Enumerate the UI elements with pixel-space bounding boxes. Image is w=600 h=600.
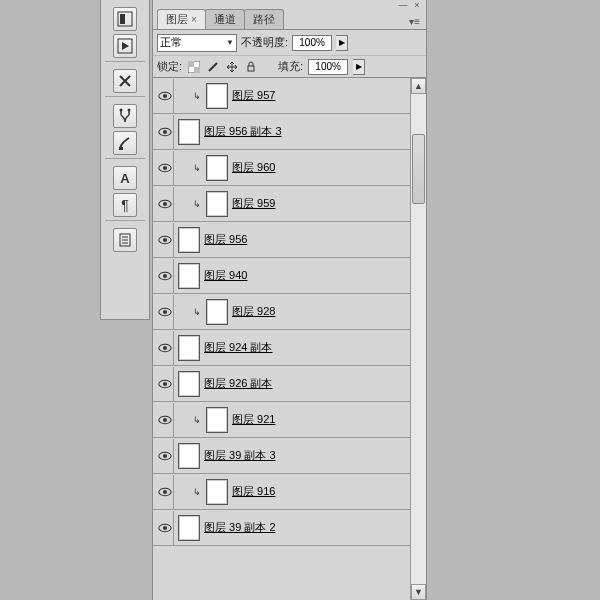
visibility-toggle[interactable] <box>156 223 174 257</box>
layer-thumbnail[interactable] <box>178 371 200 397</box>
layer-row[interactable]: ↳图层 921 <box>153 402 410 438</box>
visibility-toggle[interactable] <box>156 439 174 473</box>
svg-point-7 <box>128 109 131 112</box>
layer-thumbnail[interactable] <box>178 335 200 361</box>
layer-name[interactable]: 图层 926 副本 <box>204 376 272 391</box>
clip-indicator-icon: ↳ <box>192 163 202 173</box>
visibility-toggle[interactable] <box>156 295 174 329</box>
layer-row[interactable]: 图层 956 <box>153 222 410 258</box>
visibility-toggle[interactable] <box>156 115 174 149</box>
svg-point-20 <box>162 129 166 133</box>
layer-row[interactable]: 图层 39 副本 2 <box>153 510 410 546</box>
visibility-toggle[interactable] <box>156 187 174 221</box>
layer-thumbnail[interactable] <box>206 191 228 217</box>
tool-character-icon[interactable]: A <box>113 166 137 190</box>
layers-panel: — × 图层× 通道 路径 ▾≡ 正常 ▼ 不透明度: 100% ▶ 锁定: 填… <box>152 0 427 600</box>
scroll-up-button[interactable]: ▲ <box>411 78 426 94</box>
layer-thumbnail[interactable] <box>178 515 200 541</box>
tool-brush-icon[interactable] <box>113 131 137 155</box>
svg-point-22 <box>162 165 166 169</box>
layer-thumbnail[interactable] <box>206 299 228 325</box>
fill-flyout-icon[interactable]: ▶ <box>353 59 365 75</box>
layer-row[interactable]: 图层 940 <box>153 258 410 294</box>
tool-paragraph-icon[interactable]: ¶ <box>113 193 137 217</box>
scroll-thumb[interactable] <box>412 134 425 204</box>
visibility-toggle[interactable] <box>156 367 174 401</box>
scrollbar: ▲ ▼ <box>410 78 426 600</box>
layer-thumbnail[interactable] <box>206 83 228 109</box>
layer-row[interactable]: ↳图层 928 <box>153 294 410 330</box>
layer-thumbnail[interactable] <box>178 119 200 145</box>
svg-point-32 <box>162 345 166 349</box>
layer-name[interactable]: 图层 956 <box>204 232 247 247</box>
opacity-flyout-icon[interactable]: ▶ <box>336 35 348 51</box>
layer-thumbnail[interactable] <box>206 479 228 505</box>
tool-masks-icon[interactable] <box>113 7 137 31</box>
tool-crossed-icon[interactable] <box>113 69 137 93</box>
visibility-toggle[interactable] <box>156 151 174 185</box>
visibility-toggle[interactable] <box>156 79 174 113</box>
svg-point-24 <box>162 201 166 205</box>
layer-name[interactable]: 图层 940 <box>204 268 247 283</box>
lock-transparent-icon[interactable] <box>187 60 201 74</box>
layer-name[interactable]: 图层 921 <box>232 412 275 427</box>
scroll-track[interactable] <box>411 94 426 584</box>
layer-name[interactable]: 图层 959 <box>232 196 275 211</box>
svg-rect-8 <box>119 147 123 150</box>
layer-row[interactable]: ↳图层 957 <box>153 78 410 114</box>
tab-close-icon[interactable]: × <box>191 14 197 25</box>
layer-name[interactable]: 图层 39 副本 2 <box>204 520 276 535</box>
tool-doc-icon[interactable] <box>113 228 137 252</box>
tab-paths[interactable]: 路径 <box>244 9 284 29</box>
lock-fill-row: 锁定: 填充: 100% ▶ <box>153 56 426 78</box>
layer-thumbnail[interactable] <box>206 407 228 433</box>
layer-thumbnail[interactable] <box>206 155 228 181</box>
layer-thumbnail[interactable] <box>178 227 200 253</box>
blend-mode-select[interactable]: 正常 ▼ <box>157 34 237 52</box>
visibility-toggle[interactable] <box>156 331 174 365</box>
layer-thumbnail[interactable] <box>178 443 200 469</box>
layer-name[interactable]: 图层 957 <box>232 88 275 103</box>
visibility-toggle[interactable] <box>156 511 174 545</box>
layer-row[interactable]: ↳图层 916 <box>153 474 410 510</box>
svg-point-6 <box>120 109 123 112</box>
opacity-value[interactable]: 100% <box>292 35 332 51</box>
lock-brush-icon[interactable] <box>206 60 220 74</box>
layer-name[interactable]: 图层 956 副本 3 <box>204 124 282 139</box>
layer-name[interactable]: 图层 960 <box>232 160 275 175</box>
layer-row[interactable]: 图层 39 副本 3 <box>153 438 410 474</box>
close-icon[interactable]: × <box>412 1 422 9</box>
layer-name[interactable]: 图层 916 <box>232 484 275 499</box>
clip-indicator-icon: ↳ <box>192 415 202 425</box>
lock-all-icon[interactable] <box>244 60 258 74</box>
fill-value[interactable]: 100% <box>308 59 348 75</box>
layer-row[interactable]: 图层 926 副本 <box>153 366 410 402</box>
blend-mode-value: 正常 <box>160 35 182 50</box>
layer-thumbnail[interactable] <box>178 263 200 289</box>
tab-channels[interactable]: 通道 <box>205 9 245 29</box>
tab-layers[interactable]: 图层× <box>157 9 206 29</box>
lock-move-icon[interactable] <box>225 60 239 74</box>
tool-fork-icon[interactable] <box>113 104 137 128</box>
layer-name[interactable]: 图层 924 副本 <box>204 340 272 355</box>
svg-point-42 <box>162 525 166 529</box>
clip-indicator-icon: ↳ <box>192 199 202 209</box>
panel-menu-icon[interactable]: ▾≡ <box>407 14 422 29</box>
layer-row[interactable]: 图层 956 副本 3 <box>153 114 410 150</box>
visibility-toggle[interactable] <box>156 259 174 293</box>
tool-play-icon[interactable] <box>113 34 137 58</box>
layer-row[interactable]: ↳图层 960 <box>153 150 410 186</box>
layer-name[interactable]: 图层 39 副本 3 <box>204 448 276 463</box>
svg-point-26 <box>162 237 166 241</box>
scroll-down-button[interactable]: ▼ <box>411 584 426 600</box>
blend-opacity-row: 正常 ▼ 不透明度: 100% ▶ <box>153 30 426 56</box>
clip-indicator-icon: ↳ <box>192 487 202 497</box>
visibility-toggle[interactable] <box>156 403 174 437</box>
visibility-toggle[interactable] <box>156 475 174 509</box>
svg-point-30 <box>162 309 166 313</box>
minimize-icon[interactable]: — <box>398 1 408 9</box>
layer-name[interactable]: 图层 928 <box>232 304 275 319</box>
svg-point-38 <box>162 453 166 457</box>
layer-row[interactable]: 图层 924 副本 <box>153 330 410 366</box>
layer-row[interactable]: ↳图层 959 <box>153 186 410 222</box>
